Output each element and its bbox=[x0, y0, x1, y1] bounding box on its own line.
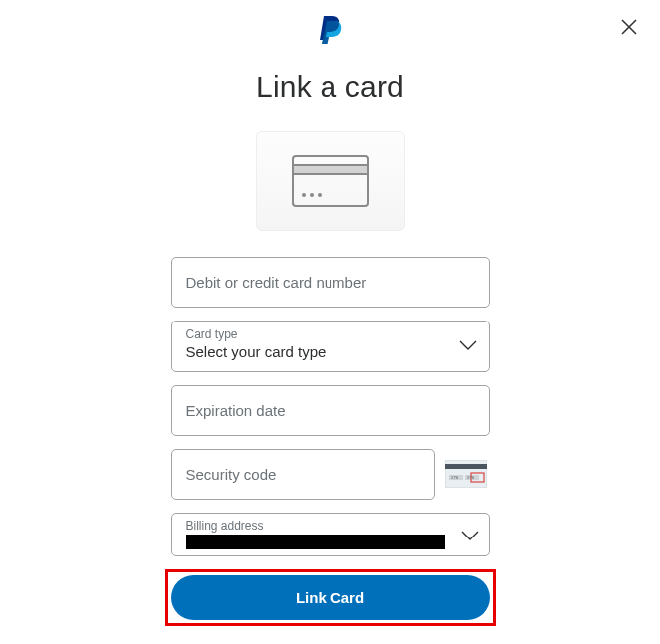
billing-address-value bbox=[186, 535, 445, 549]
chevron-down-icon bbox=[459, 337, 477, 355]
card-illustration bbox=[256, 131, 405, 231]
svg-point-6 bbox=[302, 193, 306, 197]
security-code-input[interactable] bbox=[172, 450, 434, 499]
paypal-logo bbox=[318, 14, 343, 48]
svg-rect-10 bbox=[445, 464, 487, 469]
svg-point-7 bbox=[310, 193, 314, 197]
expiration-input[interactable] bbox=[172, 386, 489, 435]
close-button[interactable] bbox=[620, 18, 638, 36]
close-icon bbox=[620, 18, 638, 36]
svg-rect-3 bbox=[293, 165, 368, 174]
card-type-value: Select your card type bbox=[186, 343, 327, 360]
billing-address-label: Billing address bbox=[186, 520, 475, 532]
svg-text:270: 270 bbox=[467, 475, 475, 480]
card-number-input[interactable] bbox=[172, 258, 489, 307]
card-number-field[interactable] bbox=[171, 257, 490, 308]
highlight-box: Link Card bbox=[165, 569, 496, 626]
chevron-down-icon bbox=[461, 528, 479, 545]
card-type-label: Card type bbox=[186, 328, 475, 340]
credit-card-icon bbox=[292, 155, 369, 207]
page-title: Link a card bbox=[256, 70, 404, 104]
card-type-select[interactable]: Card type Select your card type bbox=[171, 321, 490, 372]
svg-point-8 bbox=[318, 193, 322, 197]
security-code-field[interactable] bbox=[171, 449, 435, 500]
billing-address-select[interactable]: Billing address bbox=[171, 513, 490, 556]
expiration-field[interactable] bbox=[171, 385, 490, 436]
svg-rect-2 bbox=[293, 156, 368, 206]
link-card-button[interactable]: Link Card bbox=[171, 575, 490, 620]
svg-text:270: 270 bbox=[451, 475, 459, 480]
cvv-hint-icon: 270 270 bbox=[445, 460, 487, 488]
